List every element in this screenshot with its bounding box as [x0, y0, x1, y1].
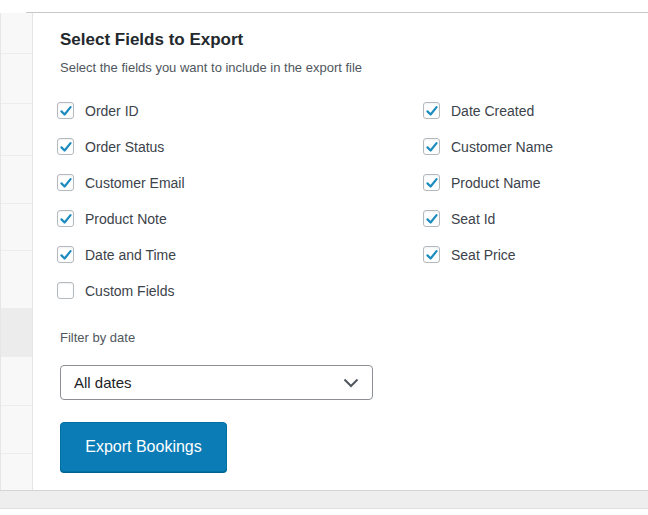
field-label: Seat Id [451, 210, 495, 228]
checkmark-icon [59, 104, 73, 118]
checkmark-icon [59, 176, 73, 190]
export-field-checkbox-row[interactable]: Order Status [57, 137, 185, 156]
checkbox[interactable] [423, 174, 440, 191]
footer-bar [0, 490, 648, 509]
checkmark-icon [425, 104, 439, 118]
background-row-divider [1, 453, 32, 454]
checkbox[interactable] [423, 246, 440, 263]
export-field-checkbox-row[interactable]: Product Note [57, 209, 185, 228]
background-table-row-highlight [1, 308, 32, 356]
field-label: Customer Name [451, 138, 553, 156]
field-label: Order ID [85, 102, 139, 120]
checkbox[interactable] [57, 174, 74, 191]
checkmark-icon [59, 140, 73, 154]
checkmark-icon [59, 212, 73, 226]
background-row-divider [1, 405, 32, 406]
export-field-checkbox-row[interactable]: Customer Email [57, 173, 185, 192]
checkmark-icon [425, 212, 439, 226]
export-field-checkbox-row[interactable]: Product Name [423, 173, 553, 192]
export-field-checkbox-row[interactable]: Seat Price [423, 245, 553, 264]
checkbox[interactable] [423, 102, 440, 119]
page-title: Select Fields to Export [60, 30, 243, 50]
background-row-divider [1, 250, 32, 251]
background-row-divider [1, 203, 32, 204]
filter-by-date-label: Filter by date [60, 330, 135, 345]
background-row-divider [1, 308, 32, 309]
export-field-checkbox-row[interactable]: Custom Fields [57, 281, 185, 300]
background-row-divider [1, 155, 32, 156]
export-settings-screen: { "panel": { "title": "Select Fields to … [0, 0, 648, 515]
filter-by-date-select[interactable]: All dates [60, 365, 373, 400]
export-field-checkbox-row[interactable]: Seat Id [423, 209, 553, 228]
background-row-divider [1, 356, 32, 357]
checkmark-icon [425, 176, 439, 190]
background-table-edge [0, 13, 33, 490]
field-label: Seat Price [451, 246, 516, 264]
checkbox[interactable] [57, 138, 74, 155]
background-row-divider [1, 103, 32, 104]
field-label: Order Status [85, 138, 164, 156]
field-label: Product Note [85, 210, 167, 228]
export-field-checkbox-row[interactable]: Date Created [423, 101, 553, 120]
export-fields-column-left: Order ID Order Status Customer Email Pro… [57, 101, 185, 317]
background-row-divider [1, 53, 32, 54]
export-field-checkbox-row[interactable]: Date and Time [57, 245, 185, 264]
checkmark-icon [425, 248, 439, 262]
field-label: Date Created [451, 102, 534, 120]
field-label: Product Name [451, 174, 540, 192]
checkmark-icon [425, 140, 439, 154]
checkbox[interactable] [423, 138, 440, 155]
export-fields-column-right: Date Created Customer Name Product Name … [423, 101, 553, 281]
checkbox[interactable] [57, 282, 74, 299]
field-label: Custom Fields [85, 282, 174, 300]
field-label: Customer Email [85, 174, 185, 192]
field-label: Date and Time [85, 246, 176, 264]
checkmark-icon [59, 248, 73, 262]
page-subtitle: Select the fields you want to include in… [60, 60, 362, 76]
export-bookings-button[interactable]: Export Bookings [60, 422, 227, 472]
checkbox[interactable] [57, 210, 74, 227]
checkbox[interactable] [423, 210, 440, 227]
checkbox[interactable] [57, 246, 74, 263]
export-field-checkbox-row[interactable]: Customer Name [423, 137, 553, 156]
export-field-checkbox-row[interactable]: Order ID [57, 101, 185, 120]
checkbox[interactable] [57, 102, 74, 119]
